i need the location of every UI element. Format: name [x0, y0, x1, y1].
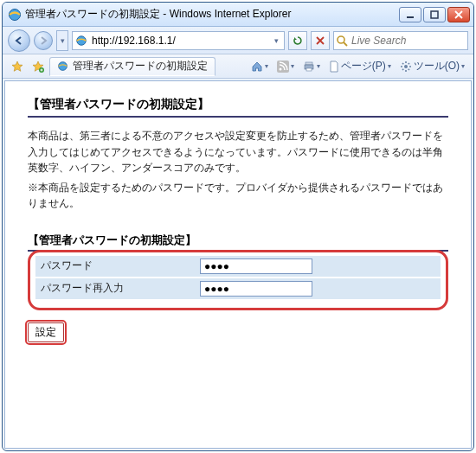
intro-paragraph-1: 本商品は、第三者による不意のアクセスや設定変更を防止するため、管理者パスワードを… — [28, 128, 448, 176]
tools-menu-label: ツール(O) — [414, 59, 460, 73]
ie-logo-icon — [8, 8, 22, 22]
nav-row: ▾ ▾ — [3, 27, 473, 54]
page-icon — [329, 61, 339, 73]
gear-icon — [400, 61, 412, 73]
password-form-highlight: パスワード パスワード再入力 — [28, 250, 448, 310]
svg-rect-12 — [306, 62, 312, 65]
svg-rect-14 — [306, 68, 312, 71]
svg-rect-2 — [431, 11, 438, 18]
page-favicon-icon — [74, 34, 88, 48]
tab-title: 管理者パスワードの初期設定 — [73, 59, 208, 73]
minimize-button[interactable] — [399, 7, 421, 22]
page-viewport: 【管理者パスワードの初期設定】 本商品は、第三者による不意のアクセスや設定変更を… — [4, 80, 472, 449]
home-icon — [251, 61, 263, 73]
svg-rect-1 — [407, 16, 414, 18]
search-box[interactable] — [333, 31, 468, 50]
intro-paragraph-2: ※本商品を設定するためのパスワードです。プロバイダから提供されるパスワードではあ… — [28, 180, 448, 212]
svg-line-22 — [408, 63, 408, 64]
search-provider-icon — [336, 34, 348, 48]
svg-point-11 — [279, 67, 281, 70]
home-menu[interactable]: ▾ — [248, 58, 272, 75]
submit-area: 設定 — [28, 322, 448, 342]
svg-line-20 — [402, 63, 403, 64]
titlebar: 管理者パスワードの初期設定 - Windows Internet Explore… — [3, 3, 473, 27]
page-menu[interactable]: ページ(P) ▾ — [325, 58, 395, 75]
print-menu[interactable]: ▾ — [299, 58, 324, 75]
history-dropdown[interactable]: ▾ — [56, 30, 68, 51]
svg-line-21 — [408, 68, 408, 69]
favorites-icon[interactable] — [8, 58, 27, 75]
submit-button[interactable]: 設定 — [28, 322, 64, 342]
password-label: パスワード — [35, 258, 200, 273]
window-title: 管理者パスワードの初期設定 - Windows Internet Explore… — [25, 7, 399, 22]
add-favorite-icon[interactable] — [29, 58, 48, 75]
back-button[interactable] — [8, 29, 30, 52]
feed-icon — [277, 61, 289, 73]
forward-button[interactable] — [34, 31, 53, 50]
refresh-button[interactable] — [288, 31, 307, 50]
maximize-button[interactable] — [423, 7, 446, 22]
address-bar[interactable]: ▾ — [72, 31, 285, 50]
address-dropdown-icon[interactable]: ▾ — [270, 36, 282, 45]
feeds-menu[interactable]: ▾ — [273, 58, 298, 75]
browser-tab[interactable]: 管理者パスワードの初期設定 — [49, 57, 215, 76]
window-buttons — [399, 7, 470, 22]
password-confirm-input[interactable] — [200, 281, 312, 297]
password-row: パスワード — [35, 256, 441, 277]
page-menu-label: ページ(P) — [341, 59, 386, 73]
svg-point-4 — [338, 36, 344, 43]
password-confirm-row: パスワード再入力 — [35, 278, 441, 299]
print-icon — [303, 61, 315, 73]
close-button[interactable] — [447, 7, 470, 22]
url-input[interactable] — [92, 33, 267, 48]
stop-button[interactable] — [311, 31, 330, 50]
svg-point-9 — [59, 61, 68, 70]
svg-line-23 — [402, 68, 403, 69]
page-heading: 【管理者パスワードの初期設定】 — [28, 97, 448, 118]
tools-menu[interactable]: ツール(O) ▾ — [396, 58, 468, 75]
password-confirm-label: パスワード再入力 — [35, 281, 200, 296]
toolbar-row: 管理者パスワードの初期設定 ▾ ▾ ▾ ページ(P) ▾ — [3, 54, 473, 79]
ie-window: 管理者パスワードの初期設定 - Windows Internet Explore… — [2, 2, 474, 451]
password-input[interactable] — [200, 258, 312, 274]
password-section-label: 【管理者パスワードの初期設定】 — [28, 233, 448, 252]
svg-line-5 — [344, 42, 347, 46]
svg-point-3 — [77, 35, 87, 45]
search-input[interactable] — [351, 35, 474, 47]
svg-point-15 — [404, 65, 408, 68]
tab-favicon-icon — [57, 61, 69, 73]
